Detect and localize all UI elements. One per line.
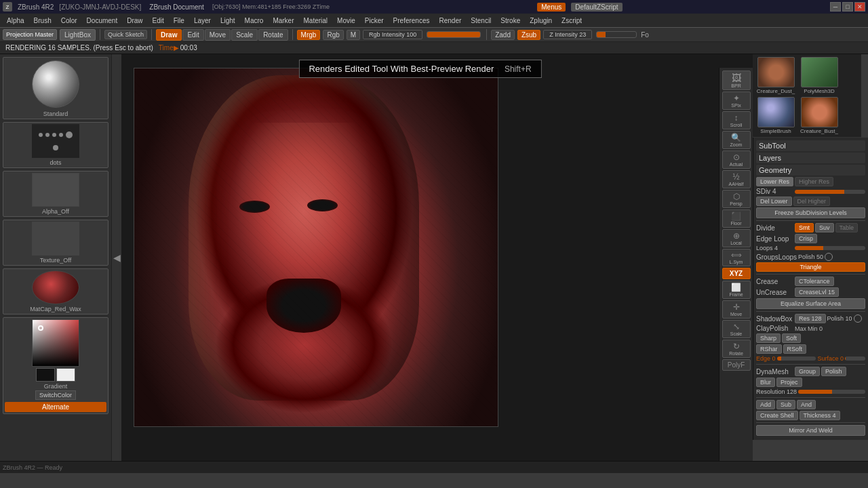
rsoft-btn[interactable]: RSoft xyxy=(783,344,807,354)
polyf-btn[interactable]: PolyF xyxy=(722,359,751,371)
layers-header[interactable]: Layers xyxy=(756,152,865,163)
rotate-nav-btn[interactable]: ↻ Rotate xyxy=(722,340,751,358)
thickness-btn[interactable]: Thickness 4 xyxy=(800,411,840,420)
menu-marker[interactable]: Marker xyxy=(269,16,298,26)
scale-mode-btn[interactable]: Scale xyxy=(231,29,258,41)
projection-master-btn[interactable]: Projection Master xyxy=(3,29,57,40)
alpha-preview-tile[interactable]: Alpha_Off xyxy=(3,171,108,217)
menu-brush[interactable]: Brush xyxy=(30,16,56,26)
del-lower-btn[interactable]: Del Lower xyxy=(756,197,792,206)
table-btn[interactable]: Table xyxy=(835,223,859,232)
menu-document[interactable]: Document xyxy=(83,16,122,26)
menu-picker[interactable]: Picker xyxy=(361,16,388,26)
edit-mode-btn[interactable]: Edit xyxy=(182,29,203,41)
mrgb-btn[interactable]: Mrgb xyxy=(297,30,321,40)
menu-movie[interactable]: Movie xyxy=(333,16,359,26)
ctolerance-btn[interactable]: CTolerance xyxy=(795,277,834,286)
m-btn[interactable]: M xyxy=(347,30,360,40)
thumb-creature-dust2[interactable]: Creature_Bust_ xyxy=(799,97,840,134)
z-intensity-slider[interactable] xyxy=(596,31,637,38)
sharp-btn[interactable]: Sharp xyxy=(756,333,781,343)
floor-btn[interactable]: ⬛ Floor xyxy=(722,209,751,228)
loops-slider[interactable] xyxy=(795,246,865,250)
zbrush-canvas[interactable] xyxy=(134,68,498,427)
polish-10-toggle[interactable] xyxy=(854,314,862,323)
spix-btn[interactable]: ✦ SPix xyxy=(722,92,751,110)
higher-res-btn[interactable]: Higher Res xyxy=(795,177,833,186)
color-picker[interactable] xyxy=(32,319,79,367)
triangle-btn[interactable]: Triangle xyxy=(756,262,865,272)
and-btn[interactable]: And xyxy=(797,400,816,409)
texture-preview-tile[interactable]: Texture_Off xyxy=(3,220,108,266)
persp-btn[interactable]: ⬡ Persp xyxy=(722,190,751,208)
material-preview-tile[interactable]: MatCap_Red_Wax xyxy=(3,268,108,314)
zsub-btn[interactable]: Zsub xyxy=(517,30,540,40)
blur-btn[interactable]: Blur xyxy=(756,378,775,387)
project-btn[interactable]: Projec xyxy=(776,378,802,387)
surface-slider[interactable] xyxy=(845,357,865,361)
menu-layer[interactable]: Layer xyxy=(190,16,215,26)
menu-macro[interactable]: Macro xyxy=(241,16,268,26)
swatch-black[interactable] xyxy=(36,368,55,382)
scale-nav-btn[interactable]: ⤡ Scale xyxy=(722,320,751,338)
move-nav-btn[interactable]: ✛ Move xyxy=(722,300,751,319)
menu-edit[interactable]: Edit xyxy=(149,16,168,26)
thumb-simplebrush[interactable]: SimpleBrush xyxy=(755,97,796,134)
polish-btn[interactable]: Polish xyxy=(821,367,846,376)
color-picker-tile[interactable]: Gradient SwitchColor Alternate xyxy=(3,317,108,414)
create-shell-btn[interactable]: Create Shell xyxy=(756,411,798,420)
swatch-white[interactable] xyxy=(56,368,75,382)
lightbox-btn[interactable]: LightBox xyxy=(60,29,96,41)
minimize-btn[interactable]: ─ xyxy=(830,2,841,12)
menu-draw[interactable]: Draw xyxy=(123,16,146,26)
rshar-btn[interactable]: RShar xyxy=(756,344,782,354)
rgb-btn[interactable]: Rgb xyxy=(323,30,343,40)
sub-btn[interactable]: Sub xyxy=(776,400,795,409)
zadd-btn[interactable]: Zadd xyxy=(491,30,515,40)
default-script-btn[interactable]: DefaultZScript xyxy=(571,3,622,12)
rotate-mode-btn[interactable]: Rotate xyxy=(258,29,288,41)
aahalf-btn[interactable]: ½ AAHalf xyxy=(722,170,751,188)
bpr-btn[interactable]: 🖼 BPR xyxy=(722,70,751,90)
brush-preview-tile[interactable]: Standard xyxy=(3,57,108,119)
menu-light[interactable]: Light xyxy=(216,16,239,26)
geometry-header[interactable]: Geometry xyxy=(756,165,865,176)
menu-render[interactable]: Render xyxy=(435,16,466,26)
quick-sketch-btn[interactable]: Quick Sketch xyxy=(104,30,147,39)
lower-res-btn[interactable]: Lower Res xyxy=(756,177,793,186)
left-collapse-arrow[interactable]: ◀ xyxy=(112,54,121,461)
alternate-btn[interactable]: Alternate xyxy=(5,402,106,412)
local-btn[interactable]: ⊕ Local xyxy=(722,229,751,247)
switch-color-btn[interactable]: SwitchColor xyxy=(35,390,76,400)
resolution-slider[interactable] xyxy=(798,390,865,394)
crisp-btn[interactable]: Crisp xyxy=(795,234,817,243)
xyz-btn[interactable]: XYZ xyxy=(722,268,751,279)
maximize-btn[interactable]: □ xyxy=(842,2,853,12)
soft-btn[interactable]: Soft xyxy=(782,333,801,343)
menu-color[interactable]: Color xyxy=(57,16,81,26)
frame-btn[interactable]: ⬜ Frame xyxy=(722,281,751,299)
rgb-intensity-slider[interactable] xyxy=(427,31,481,38)
menu-preferences[interactable]: Preferences xyxy=(389,16,434,26)
polish-50-toggle[interactable] xyxy=(825,253,833,261)
mirror-weld-btn[interactable]: Mirror And Weld xyxy=(756,425,865,436)
group-btn[interactable]: Group xyxy=(795,367,820,376)
equalize-btn[interactable]: Equalize Surface Area xyxy=(756,298,865,309)
sdiv-slider[interactable] xyxy=(795,190,865,194)
smt-btn[interactable]: Smt xyxy=(795,223,814,232)
menu-material[interactable]: Material xyxy=(300,16,332,26)
menu-zscript[interactable]: Zscript xyxy=(557,16,586,26)
color-cursor[interactable] xyxy=(38,325,43,331)
close-btn[interactable]: ✕ xyxy=(854,2,865,12)
actual-btn[interactable]: ⊙ Actual xyxy=(722,150,751,169)
suv-btn[interactable]: Suv xyxy=(815,223,834,232)
edge-slider[interactable] xyxy=(777,357,816,361)
thumb-creature-dust1[interactable]: Creature_Dust_ xyxy=(755,57,796,94)
add-btn[interactable]: Add xyxy=(756,400,775,409)
menu-stencil[interactable]: Stencil xyxy=(467,16,495,26)
zoom-btn[interactable]: 🔍 Zoom xyxy=(722,131,751,149)
menus-btn[interactable]: Menus xyxy=(537,3,566,12)
move-mode-btn[interactable]: Move xyxy=(205,29,231,41)
menu-alpha[interactable]: Alpha xyxy=(3,16,28,26)
creaselvl-btn[interactable]: CreaseLvl 15 xyxy=(795,287,839,297)
